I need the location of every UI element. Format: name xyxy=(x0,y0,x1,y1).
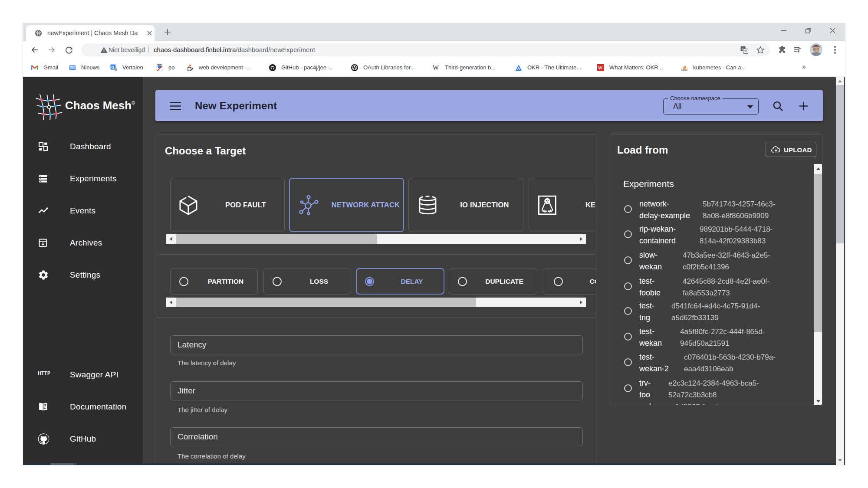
svg-text:x: x xyxy=(114,69,115,71)
svg-text:W: W xyxy=(433,64,439,71)
svg-text:W: W xyxy=(598,65,603,70)
